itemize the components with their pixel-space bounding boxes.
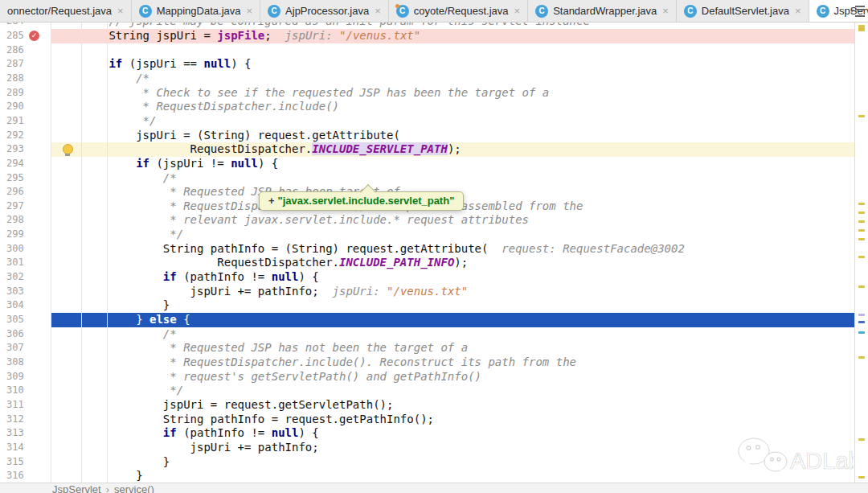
stripe-mark[interactable] (858, 321, 865, 323)
stripe-mark[interactable] (858, 238, 865, 240)
code-line-295[interactable]: 295 /* (0, 171, 854, 186)
breakpoint-icon[interactable]: ✓ (29, 31, 39, 41)
stripe-mark[interactable] (858, 356, 865, 359)
code-line-293[interactable]: 293 RequestDispatcher.INCLUDE_SERVLET_PA… (0, 142, 854, 157)
code-line-285[interactable]: 285✓ String jspUri = jspFile; jspUri: "/… (0, 29, 854, 43)
line-number[interactable]: 303 (6, 285, 24, 299)
line-number[interactable]: 284 (6, 23, 24, 29)
line-number[interactable]: 316 (6, 469, 24, 483)
code-line-312[interactable]: 312 String pathInfo = request.getPathInf… (0, 413, 854, 427)
line-number[interactable]: 314 (6, 441, 24, 455)
code-line-310[interactable]: 310 */ (0, 384, 854, 398)
line-number[interactable]: 305 (6, 313, 24, 327)
code-line-306[interactable]: 306 /* (0, 327, 854, 342)
code-line-291[interactable]: 291 */ (0, 114, 854, 129)
line-number[interactable]: 308 (6, 355, 24, 370)
error-stripe[interactable] (854, 23, 868, 483)
line-number[interactable]: 307 (6, 341, 24, 355)
code-line-313[interactable]: 313 if (pathInfo != null) { (0, 426, 854, 441)
code-line-298[interactable]: 298 * relevant javax.servlet.include.* r… (0, 213, 854, 228)
class-icon: C (139, 5, 152, 18)
code-line-289[interactable]: 289 * Check to see if the requested JSP … (0, 86, 854, 101)
line-number[interactable]: 306 (6, 327, 24, 342)
close-icon[interactable]: × (662, 5, 669, 17)
line-number[interactable]: 295 (6, 171, 24, 186)
stripe-mark[interactable] (858, 220, 865, 223)
line-number[interactable]: 288 (6, 72, 24, 86)
code-line-290[interactable]: 290 * RequestDispatcher.include() (0, 100, 854, 114)
code-line-288[interactable]: 288 /* (0, 72, 854, 86)
tab-onnector-request-java[interactable]: onnector/Request.java× (0, 0, 132, 22)
line-number[interactable]: 289 (6, 86, 24, 101)
line-number[interactable]: 285 (6, 29, 24, 43)
stripe-mark[interactable] (858, 286, 865, 288)
close-icon[interactable]: × (375, 5, 381, 17)
tab-ajpprocessor-java[interactable]: CAjpProcessor.java× (260, 0, 389, 22)
line-number[interactable]: 304 (6, 298, 24, 313)
line-number[interactable]: 286 (6, 43, 24, 58)
close-icon[interactable]: × (246, 5, 252, 17)
code-line-299[interactable]: 299 */ (0, 228, 854, 242)
line-number[interactable]: 311 (6, 398, 24, 413)
code-line-307[interactable]: 307 * Requested JSP has not been the tar… (0, 341, 854, 355)
code-line-284[interactable]: 284 // jspFile may be configured as an i… (0, 23, 854, 29)
code-line-305[interactable]: 305 } else { (0, 313, 854, 327)
code-line-287[interactable]: 287 if (jspUri == null) { (0, 57, 854, 72)
code-line-309[interactable]: 309 * request's getServletPath() and get… (0, 370, 854, 384)
tab-list-button[interactable]: ▾ (850, 0, 865, 22)
line-number[interactable]: 291 (6, 114, 24, 129)
tab-defaultservlet-java[interactable]: CDefaultServlet.java× (677, 0, 809, 22)
breadcrumb-item[interactable]: service() (114, 483, 154, 493)
line-number[interactable]: 301 (6, 256, 24, 270)
stripe-mark[interactable] (858, 438, 865, 441)
code-line-292[interactable]: 292 jspUri = (String) request.getAttribu… (0, 129, 854, 143)
line-number[interactable]: 293 (6, 142, 24, 157)
line-number[interactable]: 312 (6, 413, 24, 427)
line-number[interactable]: 309 (6, 370, 24, 384)
line-number[interactable]: 287 (6, 57, 24, 72)
code-line-315[interactable]: 315 } (0, 455, 854, 470)
code-line-303[interactable]: 303 jspUri += pathInfo; jspUri: "/venus.… (0, 285, 854, 299)
line-number[interactable]: 300 (6, 242, 24, 257)
stripe-mark[interactable] (858, 203, 865, 205)
code-line-301[interactable]: 301 RequestDispatcher.INCLUDE_PATH_INFO)… (0, 256, 854, 270)
code-line-308[interactable]: 308 * RequestDispatcher.include(). Recon… (0, 355, 854, 370)
stripe-mark[interactable] (858, 256, 865, 258)
code-line-286[interactable]: 286 (0, 43, 854, 58)
stripe-mark[interactable] (858, 476, 865, 479)
code-text: String jspUri = jspFile; jspUri: "/venus… (55, 29, 420, 43)
line-number[interactable]: 297 (6, 199, 24, 214)
close-icon[interactable]: × (514, 5, 521, 17)
stripe-mark[interactable] (858, 229, 865, 232)
line-number[interactable]: 299 (6, 228, 24, 242)
code-line-316[interactable]: 316 } (0, 469, 854, 483)
tab-coyote-request-java[interactable]: Ccoyote/Request.java× (389, 0, 528, 22)
stripe-mark[interactable] (858, 331, 865, 334)
code-text: } else { (55, 313, 190, 327)
line-number[interactable]: 294 (6, 157, 24, 171)
stripe-mark[interactable] (858, 25, 865, 31)
line-number[interactable]: 298 (6, 213, 24, 228)
breadcrumb-item[interactable]: JspServlet (52, 483, 101, 493)
line-number[interactable]: 292 (6, 129, 24, 143)
tab-standardwrapper-java[interactable]: CStandardWrapper.java× (528, 0, 677, 22)
line-number[interactable]: 296 (6, 185, 24, 199)
code-line-304[interactable]: 304 } (0, 298, 854, 313)
line-number[interactable]: 310 (6, 384, 24, 398)
stripe-mark[interactable] (858, 115, 865, 117)
code-line-311[interactable]: 311 jspUri = request.getServletPath(); (0, 398, 854, 413)
stripe-mark[interactable] (858, 314, 865, 316)
line-number[interactable]: 290 (6, 100, 24, 114)
line-number[interactable]: 313 (6, 426, 24, 441)
close-icon[interactable]: × (795, 5, 801, 17)
code-line-300[interactable]: 300 String pathInfo = (String) request.g… (0, 242, 854, 257)
close-icon[interactable]: × (117, 5, 124, 17)
code-line-314[interactable]: 314 jspUri += pathInfo; (0, 441, 854, 455)
code-line-294[interactable]: 294 if (jspUri != null) { (0, 157, 854, 171)
line-number[interactable]: 315 (6, 455, 24, 470)
tab-mappingdata-java[interactable]: CMappingData.java× (132, 0, 260, 22)
editor[interactable]: 284 // jspFile may be configured as an i… (0, 23, 854, 483)
line-number[interactable]: 302 (6, 270, 24, 285)
code-line-302[interactable]: 302 if (pathInfo != null) { (0, 270, 854, 285)
stripe-mark[interactable] (858, 212, 865, 214)
